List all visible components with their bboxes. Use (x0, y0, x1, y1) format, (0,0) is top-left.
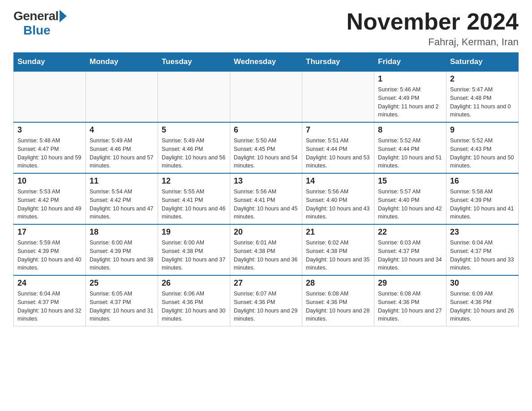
day-number: 2 (450, 74, 515, 84)
day-number: 15 (378, 176, 442, 186)
empty-cell (86, 71, 158, 122)
day-info: Sunrise: 6:09 AMSunset: 4:36 PMDaylight:… (450, 290, 515, 323)
day-number: 11 (90, 176, 154, 186)
day-number: 4 (90, 125, 154, 135)
page-header: General Blue November 2024 Fahraj, Kerma… (13, 9, 519, 48)
location-text: Fahraj, Kerman, Iran (347, 36, 519, 48)
day-number: 27 (234, 278, 298, 288)
logo: General Blue (13, 9, 67, 38)
day-number: 13 (234, 176, 298, 186)
day-info: Sunrise: 5:52 AMSunset: 4:44 PMDaylight:… (378, 137, 442, 170)
day-info: Sunrise: 5:49 AMSunset: 4:46 PMDaylight:… (162, 137, 226, 170)
day-cell-25: 25Sunrise: 6:05 AMSunset: 4:37 PMDayligh… (86, 275, 158, 326)
day-cell-21: 21Sunrise: 6:02 AMSunset: 4:38 PMDayligh… (302, 224, 374, 275)
weekday-header-wednesday: Wednesday (230, 53, 302, 72)
weekday-header-row: SundayMondayTuesdayWednesdayThursdayFrid… (14, 53, 519, 72)
day-info: Sunrise: 5:56 AMSunset: 4:41 PMDaylight:… (234, 188, 298, 221)
day-number: 24 (17, 278, 82, 288)
day-number: 6 (234, 125, 298, 135)
day-info: Sunrise: 6:08 AMSunset: 4:36 PMDaylight:… (306, 290, 370, 323)
week-row-4: 17Sunrise: 5:59 AMSunset: 4:39 PMDayligh… (14, 224, 519, 275)
day-number: 23 (450, 227, 515, 237)
calendar-table: SundayMondayTuesdayWednesdayThursdayFrid… (13, 52, 519, 326)
day-cell-13: 13Sunrise: 5:56 AMSunset: 4:41 PMDayligh… (230, 173, 302, 224)
weekday-header-sunday: Sunday (14, 53, 86, 72)
day-number: 10 (17, 176, 82, 186)
day-info: Sunrise: 6:07 AMSunset: 4:36 PMDaylight:… (234, 290, 298, 323)
day-info: Sunrise: 5:59 AMSunset: 4:39 PMDaylight:… (17, 239, 82, 272)
day-info: Sunrise: 5:48 AMSunset: 4:47 PMDaylight:… (17, 137, 82, 170)
day-cell-4: 4Sunrise: 5:49 AMSunset: 4:46 PMDaylight… (86, 122, 158, 173)
day-info: Sunrise: 5:55 AMSunset: 4:41 PMDaylight:… (162, 188, 226, 221)
day-info: Sunrise: 6:00 AMSunset: 4:38 PMDaylight:… (162, 239, 226, 272)
day-info: Sunrise: 6:05 AMSunset: 4:37 PMDaylight:… (90, 290, 154, 323)
day-number: 1 (378, 74, 442, 84)
day-cell-27: 27Sunrise: 6:07 AMSunset: 4:36 PMDayligh… (230, 275, 302, 326)
logo-arrow-icon (60, 10, 67, 22)
day-info: Sunrise: 5:57 AMSunset: 4:40 PMDaylight:… (378, 188, 442, 221)
day-info: Sunrise: 6:04 AMSunset: 4:37 PMDaylight:… (450, 239, 515, 272)
day-number: 8 (378, 125, 442, 135)
logo-general-text: General (13, 9, 59, 23)
day-number: 18 (90, 227, 154, 237)
day-number: 25 (90, 278, 154, 288)
day-info: Sunrise: 5:46 AMSunset: 4:49 PMDaylight:… (378, 86, 442, 119)
day-number: 17 (17, 227, 82, 237)
day-info: Sunrise: 6:06 AMSunset: 4:36 PMDaylight:… (162, 290, 226, 323)
week-row-3: 10Sunrise: 5:53 AMSunset: 4:42 PMDayligh… (14, 173, 519, 224)
day-cell-15: 15Sunrise: 5:57 AMSunset: 4:40 PMDayligh… (374, 173, 446, 224)
weekday-header-tuesday: Tuesday (158, 53, 230, 72)
day-cell-30: 30Sunrise: 6:09 AMSunset: 4:36 PMDayligh… (446, 275, 519, 326)
day-number: 9 (450, 125, 515, 135)
month-title: November 2024 (347, 9, 519, 34)
day-info: Sunrise: 5:56 AMSunset: 4:40 PMDaylight:… (306, 188, 370, 221)
day-cell-5: 5Sunrise: 5:49 AMSunset: 4:46 PMDaylight… (158, 122, 230, 173)
day-cell-28: 28Sunrise: 6:08 AMSunset: 4:36 PMDayligh… (302, 275, 374, 326)
day-number: 5 (162, 125, 226, 135)
day-number: 12 (162, 176, 226, 186)
weekday-header-friday: Friday (374, 53, 446, 72)
day-number: 26 (162, 278, 226, 288)
weekday-header-thursday: Thursday (302, 53, 374, 72)
day-cell-16: 16Sunrise: 5:58 AMSunset: 4:39 PMDayligh… (446, 173, 519, 224)
day-info: Sunrise: 5:52 AMSunset: 4:43 PMDaylight:… (450, 137, 515, 170)
day-info: Sunrise: 5:47 AMSunset: 4:48 PMDaylight:… (450, 86, 515, 119)
day-info: Sunrise: 6:01 AMSunset: 4:38 PMDaylight:… (234, 239, 298, 272)
day-info: Sunrise: 6:04 AMSunset: 4:37 PMDaylight:… (17, 290, 82, 323)
day-cell-7: 7Sunrise: 5:51 AMSunset: 4:44 PMDaylight… (302, 122, 374, 173)
day-cell-8: 8Sunrise: 5:52 AMSunset: 4:44 PMDaylight… (374, 122, 446, 173)
day-cell-14: 14Sunrise: 5:56 AMSunset: 4:40 PMDayligh… (302, 173, 374, 224)
day-number: 22 (378, 227, 442, 237)
day-cell-11: 11Sunrise: 5:54 AMSunset: 4:42 PMDayligh… (86, 173, 158, 224)
day-cell-12: 12Sunrise: 5:55 AMSunset: 4:41 PMDayligh… (158, 173, 230, 224)
day-cell-18: 18Sunrise: 6:00 AMSunset: 4:39 PMDayligh… (86, 224, 158, 275)
week-row-2: 3Sunrise: 5:48 AMSunset: 4:47 PMDaylight… (14, 122, 519, 173)
day-number: 16 (450, 176, 515, 186)
day-number: 30 (450, 278, 515, 288)
day-info: Sunrise: 5:53 AMSunset: 4:42 PMDaylight:… (17, 188, 82, 221)
day-cell-24: 24Sunrise: 6:04 AMSunset: 4:37 PMDayligh… (14, 275, 86, 326)
day-info: Sunrise: 5:51 AMSunset: 4:44 PMDaylight:… (306, 137, 370, 170)
weekday-header-saturday: Saturday (446, 53, 519, 72)
day-cell-19: 19Sunrise: 6:00 AMSunset: 4:38 PMDayligh… (158, 224, 230, 275)
empty-cell (14, 71, 86, 122)
day-number: 20 (234, 227, 298, 237)
day-info: Sunrise: 5:50 AMSunset: 4:45 PMDaylight:… (234, 137, 298, 170)
day-number: 29 (378, 278, 442, 288)
day-number: 28 (306, 278, 370, 288)
day-cell-23: 23Sunrise: 6:04 AMSunset: 4:37 PMDayligh… (446, 224, 519, 275)
day-number: 19 (162, 227, 226, 237)
logo-blue-text: Blue (23, 23, 51, 38)
day-info: Sunrise: 5:49 AMSunset: 4:46 PMDaylight:… (90, 137, 154, 170)
day-cell-2: 2Sunrise: 5:47 AMSunset: 4:48 PMDaylight… (446, 71, 519, 122)
day-cell-17: 17Sunrise: 5:59 AMSunset: 4:39 PMDayligh… (14, 224, 86, 275)
day-cell-9: 9Sunrise: 5:52 AMSunset: 4:43 PMDaylight… (446, 122, 519, 173)
day-cell-20: 20Sunrise: 6:01 AMSunset: 4:38 PMDayligh… (230, 224, 302, 275)
day-cell-1: 1Sunrise: 5:46 AMSunset: 4:49 PMDaylight… (374, 71, 446, 122)
day-info: Sunrise: 6:02 AMSunset: 4:38 PMDaylight:… (306, 239, 370, 272)
weekday-header-monday: Monday (86, 53, 158, 72)
day-cell-10: 10Sunrise: 5:53 AMSunset: 4:42 PMDayligh… (14, 173, 86, 224)
day-info: Sunrise: 6:03 AMSunset: 4:37 PMDaylight:… (378, 239, 442, 272)
day-number: 14 (306, 176, 370, 186)
day-info: Sunrise: 5:58 AMSunset: 4:39 PMDaylight:… (450, 188, 515, 221)
